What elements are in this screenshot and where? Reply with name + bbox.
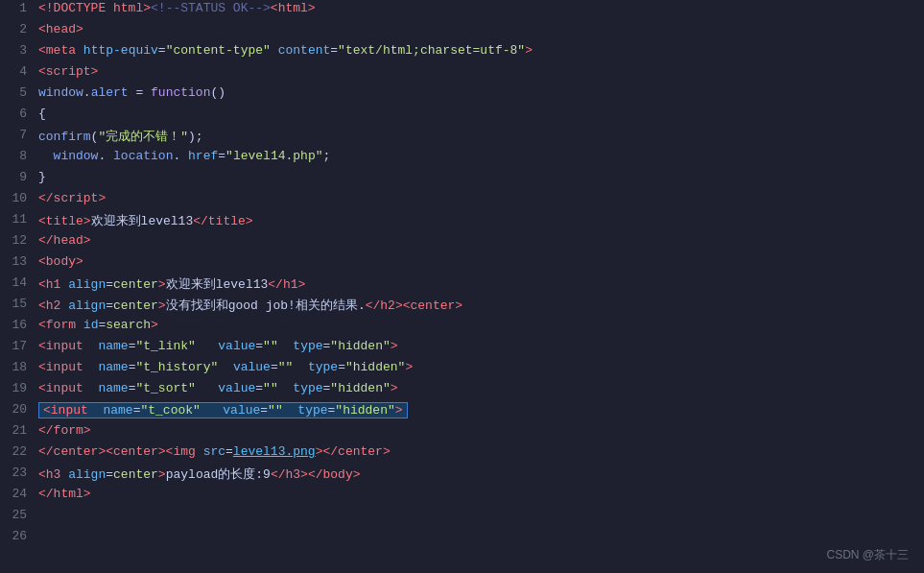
line-content: window. location. href="level14.php"; (38, 149, 924, 163)
line-content: <input name="t_cook" value="" type="hidd… (38, 402, 924, 418)
code-viewer: 1<!DOCTYPE html><!--STATUS OK--><html>2<… (0, 0, 924, 573)
watermark: CSDN @茶十三 (826, 547, 909, 563)
line-content: </script> (38, 191, 924, 205)
line-number: 8 (0, 149, 38, 163)
line-number: 17 (0, 339, 38, 353)
line-number: 2 (0, 22, 38, 36)
line-number: 25 (0, 508, 38, 522)
code-line: 18<input name="t_history" value="" type=… (0, 359, 924, 380)
line-content: <h3 align=center>payload的长度:9</h3></body… (38, 466, 924, 483)
line-number: 16 (0, 318, 38, 332)
line-number: 24 (0, 487, 38, 501)
line-number: 20 (0, 402, 38, 417)
code-line: 10</script> (0, 190, 924, 211)
code-line: 25 (0, 507, 924, 528)
line-number: 26 (0, 529, 38, 543)
line-content: <meta http-equiv="content-type" content=… (38, 43, 924, 58)
line-content: </html> (38, 487, 924, 501)
line-number: 22 (0, 444, 38, 459)
line-number: 13 (0, 254, 38, 269)
code-line: 1<!DOCTYPE html><!--STATUS OK--><html> (0, 0, 924, 21)
code-line: 21</form> (0, 422, 924, 443)
line-number: 3 (0, 43, 38, 58)
line-content: <h1 align=center>欢迎来到level13</h1> (38, 275, 924, 293)
code-line: 6{ (0, 106, 924, 127)
line-content: <!DOCTYPE html><!--STATUS OK--><html> (38, 1, 924, 15)
code-line: 3<meta http-equiv="content-type" content… (0, 42, 924, 63)
code-line: 19<input name="t_sort" value="" type="hi… (0, 380, 924, 401)
code-line: 7confirm("完成的不错！"); (0, 127, 924, 148)
line-number: 5 (0, 85, 38, 100)
line-content: <input name="t_history" value="" type="h… (38, 360, 924, 374)
line-number: 10 (0, 191, 38, 205)
line-number: 12 (0, 233, 38, 248)
line-content: confirm("完成的不错！"); (38, 128, 924, 145)
code-line: 22</center><center><img src=level13.png>… (0, 443, 924, 465)
code-line: 26 (0, 528, 924, 549)
line-number: 4 (0, 64, 38, 79)
line-number: 18 (0, 360, 38, 374)
line-content: <h2 align=center>没有找到和good job!相关的结果.</h… (38, 297, 924, 314)
line-number: 7 (0, 128, 38, 142)
code-line: 17<input name="t_link" value="" type="hi… (0, 338, 924, 359)
line-content: </form> (38, 423, 924, 438)
line-content: <body> (38, 254, 924, 269)
line-content: <title>欢迎来到level13</title> (38, 212, 924, 229)
code-line: 14<h1 align=center>欢迎来到level13</h1> (0, 275, 924, 296)
code-line: 11<title>欢迎来到level13</title> (0, 211, 924, 232)
line-content: </head> (38, 233, 924, 248)
line-content: } (38, 170, 924, 184)
code-line: 13<body> (0, 253, 924, 275)
line-number: 6 (0, 107, 38, 121)
line-content: <script> (38, 64, 924, 79)
line-content: { (38, 107, 924, 121)
line-content: <head> (38, 22, 924, 36)
line-number: 15 (0, 297, 38, 311)
line-content: </center><center><img src=level13.png></… (38, 444, 924, 459)
code-line: 24</html> (0, 486, 924, 507)
code-line: 15<h2 align=center>没有找到和good job!相关的结果.<… (0, 296, 924, 317)
code-line: 16<form id=search> (0, 317, 924, 338)
line-content: <input name="t_link" value="" type="hidd… (38, 339, 924, 353)
line-number: 1 (0, 1, 38, 15)
line-number: 19 (0, 381, 38, 395)
code-line: 8 window. location. href="level14.php"; (0, 148, 924, 169)
line-number: 23 (0, 466, 38, 480)
code-line: 12</head> (0, 232, 924, 253)
code-line: 2<head> (0, 21, 924, 42)
code-line: 5window.alert = function() (0, 84, 924, 106)
code-line: 23<h3 align=center>payload的长度:9</h3></bo… (0, 465, 924, 486)
line-number: 11 (0, 212, 38, 227)
line-content: <input name="t_sort" value="" type="hidd… (38, 381, 924, 395)
line-content: <form id=search> (38, 318, 924, 332)
code-line: 20<input name="t_cook" value="" type="hi… (0, 401, 924, 422)
code-line: 4<script> (0, 63, 924, 84)
line-content: window.alert = function() (38, 85, 924, 100)
code-line: 9} (0, 169, 924, 190)
line-number: 21 (0, 423, 38, 438)
line-number: 14 (0, 275, 38, 290)
line-number: 9 (0, 170, 38, 184)
